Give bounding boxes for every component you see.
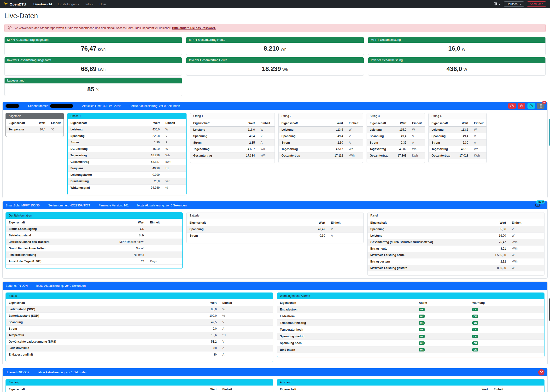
event-log-button[interactable]: 19 [537, 103, 544, 109]
change-password-link[interactable]: Bitte ändern Sie das Passwort. [172, 26, 216, 30]
card-title: String 4 [429, 113, 487, 119]
nav-live-ansicht[interactable]: Live-Ansicht [31, 1, 55, 7]
status-ok-badge: OK [419, 321, 425, 325]
data-table: EigenschaftWertEinheitAusgangsspannung49… [277, 385, 544, 392]
warning-cell: OK [469, 333, 544, 340]
property-value: 4.602 [393, 146, 409, 153]
property-unit: A [409, 140, 425, 146]
card-string-3: String 3EigenschaftWertEinheitLeistung11… [367, 113, 425, 163]
property-label: Gewünschte Ladespannung (BMS) [6, 339, 178, 345]
table-row: Gesamtertrag17,112kWh [278, 153, 363, 159]
property-value: 115,9 [393, 126, 409, 133]
table-row: Spannung hochOKOK [277, 340, 544, 346]
table-row: EntladestromOKOK [277, 306, 544, 313]
power-toggle-button[interactable] [518, 103, 525, 109]
table-row: DC-Leistung459,0W [68, 146, 186, 152]
section-title: Batterie: PYLON [6, 284, 28, 287]
property-unit: °C [48, 126, 63, 133]
property-label: Temperatur [6, 126, 33, 133]
logout-button[interactable]: Abmelden [527, 1, 546, 7]
table-row: Entladestromlimit80A [6, 351, 273, 358]
column-header: Eigenschaft [6, 299, 178, 306]
stat-card-title: Inverter Gesamtertrag Insgesamt [5, 57, 182, 63]
stat-value-number: 8.210 [264, 45, 279, 52]
table-header-row: EigenschaftWertEinheit [368, 219, 544, 226]
power-settings-button[interactable] [538, 369, 544, 375]
property-unit: W [163, 146, 186, 152]
property-value: 8,21 [481, 245, 509, 252]
device-info-button[interactable] [528, 103, 535, 109]
table-row: Leistungsfaktor0,999 [68, 172, 186, 178]
column-header: Eigenschaft [367, 119, 393, 126]
property-value: 49,4 [321, 133, 346, 140]
table-row: Gesamtertrag68,887kWh [68, 159, 186, 165]
table-row: Spannung niedrigOKOK [277, 333, 544, 340]
property-unit: kWh [509, 239, 544, 245]
stat-card-title: MPPT Gesamtleistung [368, 37, 545, 43]
property-value: 2,30 [321, 140, 346, 146]
table-row: Grund für das AusschaltenNot off [6, 245, 182, 252]
section-bar-info-text: Letzte Aktualisierung: vor 0 Sekunden [130, 104, 180, 108]
property-label: Temperatur niedrig [277, 320, 416, 326]
table-row: Spannung49,5V [6, 319, 273, 326]
property-unit: A [220, 351, 273, 358]
data-table: EigenschaftWertEinheitStatus Ladeausgang… [6, 219, 182, 265]
card-gerateinformation: GeräteinformationEigenschaftWertEinheitS… [6, 212, 183, 269]
table-row: Leistung113,5W [278, 126, 363, 133]
stat-value-number: 18.239 [262, 65, 281, 72]
property-label: Gesamtertrag [367, 153, 393, 159]
column-header: Einheit [328, 219, 363, 226]
property-label: Leistungsfaktor [68, 172, 129, 178]
nav-info[interactable]: Info [83, 1, 96, 7]
property-label: Spannung [278, 133, 321, 140]
table-row: Batteriezustand (SOH)100,0% [6, 313, 273, 319]
column-header: Eigenschaft [6, 385, 155, 392]
property-label: Leistung [190, 126, 233, 133]
property-value: 49,5 [178, 319, 220, 326]
table-header-row: EigenschaftWertEinheit [367, 119, 425, 126]
limit-settings-button[interactable] [508, 103, 516, 109]
property-value: -9,0 [178, 326, 220, 332]
scrollbar-mark[interactable] [549, 119, 550, 146]
table-row: Spannung49,47V [187, 226, 363, 232]
column-header: Wert [321, 119, 346, 126]
nav-einstellungen[interactable]: Einstellungen [55, 1, 82, 7]
alarm-cell: OK [416, 320, 469, 326]
property-label: Anzahl der Tage (0..364) [6, 258, 91, 265]
stat-value-number: 16,0 [448, 45, 460, 52]
table-row: Leistung116,0W [190, 126, 275, 133]
property-unit [147, 245, 182, 252]
theme-toggle-button[interactable] [493, 1, 501, 7]
property-unit [147, 252, 182, 258]
column-header: Wert [91, 219, 147, 226]
property-unit: W [346, 126, 363, 133]
table-row: Spannung49,4V [190, 133, 275, 140]
app-brand[interactable]: OpenDTU [4, 2, 26, 7]
property-unit: W [471, 126, 487, 133]
property-label: Wirkungsgrad [68, 185, 129, 191]
stat-value-unit: kWh [98, 68, 105, 72]
property-unit: A [163, 139, 186, 146]
stat-value-unit: W [463, 68, 467, 72]
property-value: Bulk [91, 232, 147, 239]
property-unit: Days [147, 258, 182, 265]
chevron-down-icon [92, 4, 94, 5]
card-title: String 1 [190, 113, 275, 119]
section-bar-info-text: letzte Aktualisierung: vor 0 Sekunden [36, 284, 86, 287]
property-unit: kWh [258, 153, 275, 159]
table-row: Spannung228,8V [68, 133, 186, 139]
stat-value-unit: W [462, 47, 465, 51]
stat-card-title: Inverter Gesamtleistung [368, 57, 545, 63]
nav-ueber[interactable]: Über [97, 1, 109, 7]
stat-card-value: 68,89kWh [5, 63, 182, 75]
property-label: BMS intern [277, 346, 416, 353]
scrollbar-mark[interactable] [549, 299, 550, 321]
section-victron: SmartSolar MPPT 150|35Seriennummer: HQ22… [2, 201, 548, 279]
column-header: Eigenschaft [190, 119, 233, 126]
stat-value-number: 85 [87, 86, 94, 93]
language-dropdown[interactable]: Deutsch [504, 1, 524, 7]
property-unit: W [409, 126, 425, 133]
property-value: 49,4 [455, 133, 471, 140]
property-unit: var [163, 178, 186, 185]
property-value: 49,47 [276, 226, 328, 232]
